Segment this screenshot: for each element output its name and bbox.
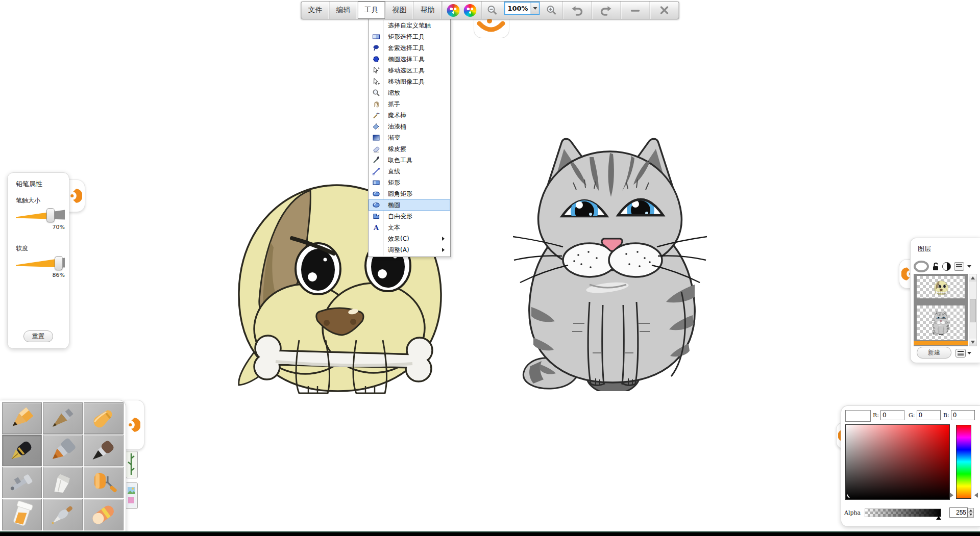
ink-brush-icon xyxy=(87,437,120,464)
menu-item-hand[interactable]: 抓手 xyxy=(369,98,450,110)
brush-size-slider[interactable] xyxy=(16,209,65,221)
opacity-icon[interactable] xyxy=(942,262,951,271)
spinner-down-icon[interactable] xyxy=(968,513,973,517)
menu-item-label: 矩形选择工具 xyxy=(383,33,425,41)
drawing-canvas[interactable] xyxy=(0,0,980,536)
menu-item-magic-wand[interactable]: 魔术棒 xyxy=(369,110,450,121)
menu-item-line[interactable]: 直线 xyxy=(369,166,450,177)
menu-item-move-image[interactable]: 移动图像工具 xyxy=(369,76,450,87)
panel-handle[interactable] xyxy=(125,400,144,450)
layers-menu-button[interactable] xyxy=(955,349,966,358)
preset-picture-button[interactable] xyxy=(126,482,138,509)
scroll-up-button[interactable] xyxy=(969,274,976,282)
brush-paint-roller[interactable] xyxy=(84,467,124,498)
chevron-down-icon[interactable] xyxy=(967,265,971,270)
menu-item-move-selection[interactable]: 移动选区工具 xyxy=(369,65,450,76)
chevron-down-icon[interactable] xyxy=(967,352,971,356)
slider-thumb[interactable] xyxy=(46,208,55,222)
redo-button[interactable] xyxy=(592,2,621,19)
menu-button-edit[interactable]: 编辑 xyxy=(330,2,358,19)
zoom-in-button[interactable] xyxy=(541,2,562,19)
alpha-label: Alpha xyxy=(844,509,861,516)
menu-item-ellipse-select[interactable]: 椭圆选择工具 xyxy=(369,54,450,65)
red-input[interactable] xyxy=(880,410,904,420)
zoom-level-combobox[interactable]: 100% xyxy=(504,2,540,15)
menu-item-custom-brush[interactable]: 选择自定义笔触 xyxy=(369,20,450,31)
preset-bamboo-button[interactable] xyxy=(126,451,138,478)
menu-button-help[interactable]: 帮助 xyxy=(414,2,442,19)
submenu-arrow-icon xyxy=(442,248,447,252)
spinner-up-icon[interactable] xyxy=(968,508,973,513)
menu-item-rect[interactable]: 矩形 xyxy=(369,177,450,188)
brush-pencil[interactable] xyxy=(2,402,42,434)
menu-button-file[interactable]: 文件 xyxy=(302,2,330,19)
menu-button-view[interactable]: 视图 xyxy=(386,2,414,19)
menu-item-zoom[interactable]: 缩放 xyxy=(369,87,450,98)
brush-airbrush[interactable] xyxy=(2,467,42,498)
menu-item-lasso-select[interactable]: 套索选择工具 xyxy=(369,42,450,54)
softness-slider[interactable] xyxy=(16,257,65,269)
brush-liner-brush[interactable] xyxy=(43,499,83,530)
slider-thumb[interactable] xyxy=(55,256,63,270)
menu-item-gradient[interactable]: 渐变 xyxy=(369,132,450,143)
menu-item-rect-select[interactable]: 矩形选择工具 xyxy=(369,31,450,42)
hue-marker-left[interactable] xyxy=(950,493,956,498)
brush-paint-tube[interactable] xyxy=(2,499,42,530)
layer-scrollbar[interactable] xyxy=(969,274,977,346)
scroll-down-button[interactable] xyxy=(969,339,976,346)
panel-handle[interactable] xyxy=(67,180,85,212)
alpha-slider[interactable] xyxy=(865,508,941,517)
menu-item-label: 魔术棒 xyxy=(383,111,406,120)
undo-button[interactable] xyxy=(562,2,592,19)
menu-item-rounded-rect[interactable]: 圆角矩形 xyxy=(369,188,450,199)
ellipse-tool-indicator-icon[interactable] xyxy=(914,261,929,272)
zoom-out-button[interactable] xyxy=(482,2,503,19)
brush-ink-brush[interactable] xyxy=(84,435,124,466)
alpha-input[interactable] xyxy=(949,507,968,518)
lock-icon[interactable] xyxy=(932,262,939,271)
menu-button-tools[interactable]: 工具 xyxy=(358,2,386,19)
brush-wood-pencil[interactable] xyxy=(43,402,83,434)
menu-item-ellipse[interactable]: 椭圆 xyxy=(369,199,450,211)
lasso-icon xyxy=(369,44,383,52)
current-color-swatch[interactable] xyxy=(845,410,871,422)
alpha-marker[interactable] xyxy=(936,514,941,520)
alpha-spinner[interactable] xyxy=(968,508,974,518)
menu-item-label: 直线 xyxy=(383,167,400,176)
brush-flat-brush[interactable] xyxy=(43,467,83,498)
reset-button[interactable]: 重置 xyxy=(23,330,53,342)
layer-blend-menu-button[interactable] xyxy=(954,262,964,271)
menu-item-effects[interactable]: 效果(C) xyxy=(369,233,450,244)
menu-item-color-picker[interactable]: 取色工具 xyxy=(369,155,450,166)
menu-item-paint-bucket[interactable]: 油漆桶 xyxy=(369,121,450,132)
ellipse-select-icon xyxy=(369,55,383,63)
brush-eraser[interactable] xyxy=(84,499,124,530)
hue-strip[interactable] xyxy=(956,425,971,499)
brush-crayon[interactable] xyxy=(84,402,124,434)
menu-item-eraser[interactable]: 橡皮擦 xyxy=(369,143,450,155)
menu-item-free-transform[interactable]: 自由变形 xyxy=(369,211,450,222)
blue-input[interactable] xyxy=(951,410,975,420)
menu-item-label: 套索选择工具 xyxy=(383,44,425,53)
layer-thumbnail-dog[interactable] xyxy=(917,276,965,298)
line-icon xyxy=(369,167,383,175)
menu-item-adjust[interactable]: 调整(A) xyxy=(369,244,450,256)
scrollbar-thumb[interactable] xyxy=(970,299,976,322)
new-layer-button[interactable]: 新建 xyxy=(917,347,951,359)
panel-title: 图层 xyxy=(911,238,980,253)
menu-item-label: 椭圆 xyxy=(383,201,400,210)
green-input[interactable] xyxy=(917,410,941,420)
color-wheel-icon[interactable] xyxy=(464,4,477,17)
menu-item-text[interactable]: A文本 xyxy=(369,222,450,233)
layer-thumbnail-cat[interactable] xyxy=(917,305,965,340)
hue-marker-right[interactable] xyxy=(972,493,978,498)
hand-icon xyxy=(369,100,383,108)
brush-fountain-pen[interactable] xyxy=(2,435,42,466)
sumo-face-icon[interactable] xyxy=(447,4,460,17)
brush-paint-brush[interactable] xyxy=(43,435,83,466)
minimize-button[interactable] xyxy=(621,2,650,19)
close-button[interactable] xyxy=(650,2,679,19)
zoom-dropdown-arrow[interactable] xyxy=(531,3,539,14)
saturation-value-square[interactable] xyxy=(845,424,950,500)
layers-panel: 图层 新建 xyxy=(910,238,980,363)
